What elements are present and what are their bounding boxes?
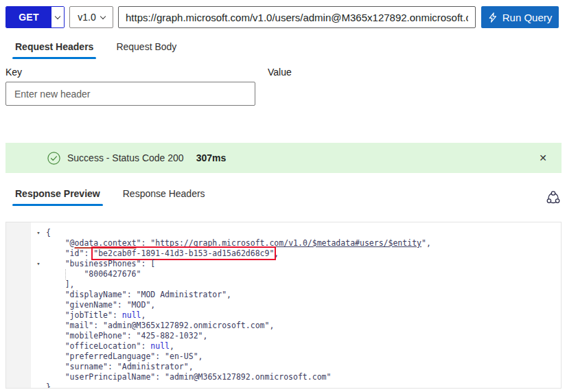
- code-text: "displayName": "MOD Administrator",: [46, 290, 231, 299]
- code-line: "givenName": "MOD",: [31, 300, 561, 310]
- response-json: ▾{ "@odata.context": "https://graph.micr…: [31, 228, 561, 389]
- code-text: "mail": "admin@M365x127892.onmicrosoft.c…: [46, 321, 274, 330]
- new-header-key-input[interactable]: [5, 82, 255, 106]
- version-dropdown[interactable]: v1.0: [69, 6, 113, 28]
- tab-request-headers[interactable]: Request Headers: [12, 39, 96, 59]
- code-segment: null: [122, 310, 141, 320]
- code-segment: }: [46, 382, 51, 389]
- status-banner: Success - Status Code 200 307ms ✕: [5, 143, 562, 173]
- status-latency: 307ms: [196, 152, 227, 163]
- code-segment: {: [46, 228, 51, 238]
- code-line: "officeLocation": null,: [31, 341, 561, 351]
- code-segment: "userPrincipalName": "admin@M365x127892.…: [46, 372, 331, 382]
- code-line: "surname": "Administrator",: [31, 362, 561, 372]
- code-segment: "@: [46, 238, 75, 248]
- response-editor[interactable]: ▾{ "@odata.context": "https://graph.micr…: [5, 222, 562, 389]
- method-dropdown[interactable]: GET: [5, 6, 65, 28]
- code-segment: "mail": "admin@M365x127892.onmicrosoft.c…: [46, 321, 274, 330]
- code-segment: "givenName": "MOD",: [46, 300, 155, 310]
- code-line: "@odata.context": "https://graph.microso…: [31, 238, 561, 249]
- code-segment: ": ": [137, 238, 156, 248]
- code-text: "userPrincipalName": "admin@M365x127892.…: [46, 372, 331, 382]
- code-text: "officeLocation": null,: [46, 341, 174, 351]
- code-line: "preferredLanguage": "en-US",: [31, 351, 561, 362]
- code-segment: "mobilePhone": "425-882-1032",: [46, 331, 207, 341]
- code-line: "mobilePhone": "425-882-1032",: [31, 331, 561, 341]
- method-chevron-button[interactable]: [51, 7, 64, 27]
- chevron-down-icon: [100, 13, 105, 19]
- code-segment: "businessPhones": [: [46, 259, 155, 268]
- code-segment: ",: [421, 238, 431, 248]
- key-column-label: Key: [5, 67, 22, 78]
- banner-close-button[interactable]: ✕: [539, 152, 547, 163]
- code-text: "id": "be2cab0f-1891-41d3-b153-ad15a62d6…: [46, 249, 279, 258]
- code-segment: ,: [274, 249, 279, 258]
- code-segment: "preferredLanguage": "en-US",: [46, 351, 202, 361]
- tab-request-body[interactable]: Request Body: [113, 39, 179, 59]
- code-text: }: [46, 382, 51, 389]
- code-text: "jobTitle": null,: [46, 310, 146, 320]
- code-line: "userPrincipalName": "admin@M365x127892.…: [31, 372, 561, 382]
- code-line: "jobTitle": null,: [31, 310, 561, 321]
- code-line: "8006427676": [31, 269, 561, 279]
- method-label: GET: [6, 7, 51, 27]
- code-segment: ,: [170, 341, 174, 351]
- chevron-down-icon: [55, 13, 60, 19]
- code-text: "givenName": "MOD",: [46, 300, 155, 310]
- code-segment: ],: [46, 279, 75, 289]
- response-tabs: Response Preview Response Headers: [5, 186, 208, 206]
- code-line: }: [31, 382, 561, 389]
- code-text: "@odata.context": "https://graph.microso…: [46, 238, 431, 248]
- code-text: "preferredLanguage": "en-US",: [46, 351, 202, 361]
- id-value-highlight: "be2cab0f-1891-41d3-b153-ad15a62d68c9": [93, 249, 274, 258]
- query-url-input[interactable]: [118, 6, 476, 28]
- code-segment: https://graph.microsoft.com/v1.0/$metada…: [155, 238, 421, 248]
- code-line: "id": "be2cab0f-1891-41d3-b153-ad15a62d6…: [31, 249, 561, 259]
- code-segment: "8006427676": [46, 269, 141, 279]
- code-segment: "jobTitle":: [46, 310, 122, 320]
- version-label: v1.0: [78, 12, 95, 23]
- code-segment: "displayName": "MOD Administrator",: [46, 290, 231, 299]
- code-text: "surname": "Administrator",: [46, 362, 194, 371]
- status-message: Success - Status Code 200: [67, 152, 184, 163]
- tab-response-preview[interactable]: Response Preview: [12, 186, 103, 206]
- request-tabs: Request Headers Request Body: [5, 39, 179, 59]
- code-line: "mail": "admin@M365x127892.onmicrosoft.c…: [31, 321, 561, 331]
- code-segment: "surname": "Administrator",: [46, 362, 194, 371]
- code-line: ▾{: [31, 228, 561, 238]
- code-line: ],: [31, 279, 561, 290]
- run-query-label: Run Query: [502, 12, 553, 23]
- request-bar: GET v1.0 Run Query: [5, 6, 562, 28]
- editor-gutter: [6, 222, 31, 388]
- code-segment: null: [150, 341, 170, 351]
- code-line: "displayName": "MOD Administrator",: [31, 290, 561, 300]
- run-query-button[interactable]: Run Query: [481, 6, 559, 28]
- code-text: "mobilePhone": "425-882-1032",: [46, 331, 207, 341]
- code-segment: odata.context: [75, 238, 137, 248]
- code-text: {: [46, 228, 51, 238]
- code-text: "8006427676": [46, 269, 141, 279]
- graph-share-icon[interactable]: [546, 189, 561, 206]
- tab-response-headers[interactable]: Response Headers: [120, 186, 208, 206]
- success-check-icon: [47, 152, 60, 165]
- code-text: ],: [46, 279, 75, 289]
- fold-arrow-icon[interactable]: ▾: [31, 228, 46, 238]
- code-text: "businessPhones": [: [46, 259, 155, 268]
- code-segment: "id":: [46, 249, 93, 258]
- code-line: ▾ "businessPhones": [: [31, 259, 561, 269]
- lightning-icon: [488, 12, 497, 23]
- code-segment: "officeLocation":: [46, 341, 150, 351]
- code-segment: ,: [141, 310, 146, 320]
- value-column-label: Value: [268, 67, 292, 78]
- fold-arrow-icon[interactable]: ▾: [31, 259, 46, 269]
